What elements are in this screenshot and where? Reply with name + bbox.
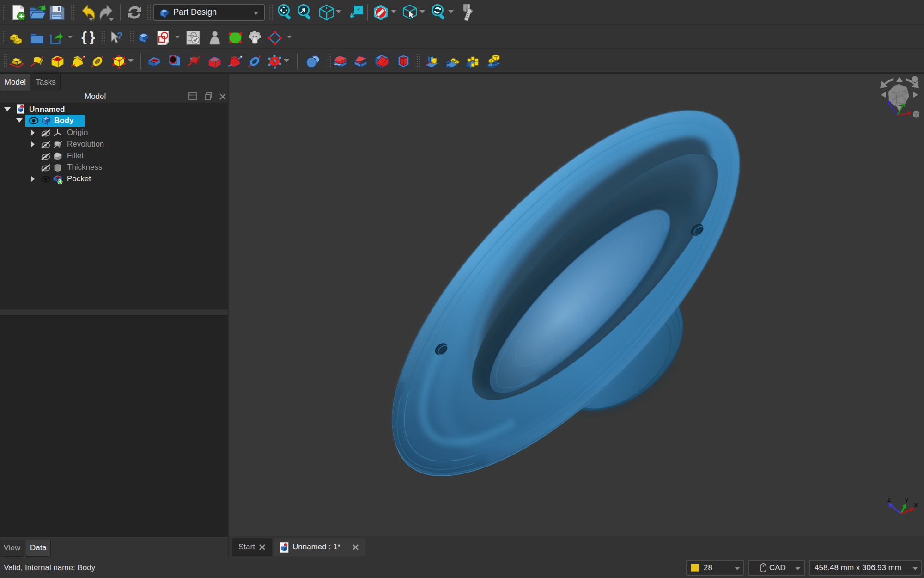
svg-text:X: X: [914, 502, 918, 509]
svg-text:Z: Z: [887, 496, 891, 503]
svg-text:Y: Y: [905, 497, 909, 504]
svg-text:?: ?: [117, 31, 122, 41]
